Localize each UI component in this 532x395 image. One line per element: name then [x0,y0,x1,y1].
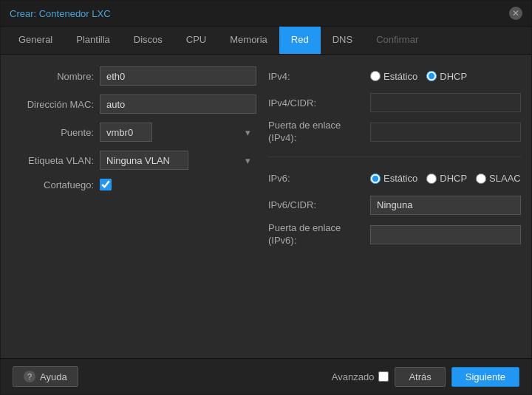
next-button[interactable]: Siguiente [451,367,519,387]
ipv4-static-option[interactable]: Estático [370,71,417,82]
close-button[interactable]: ✕ [509,7,522,20]
ipv6-static-label: Estático [383,173,417,184]
tab-bar: General Plantilla Discos CPU Memoria Red… [1,27,531,55]
ipv6-label: IPv6: [268,173,364,184]
ipv6-static-option[interactable]: Estático [370,173,417,184]
footer: ? Ayuda Avanzado Atrás Siguiente [1,358,531,394]
tab-dns[interactable]: DNS [321,27,364,54]
puente-select-wrapper: vmbr0 vmbr1 [100,123,256,142]
tab-cpu[interactable]: CPU [174,27,218,54]
content-area: Nombre: Dirección MAC: Puente: vmbr0 vmb… [1,55,531,358]
back-button[interactable]: Atrás [395,367,445,387]
section-divider [268,157,521,157]
ipv6-row: IPv6: Estático DHCP SLAAC [268,169,521,188]
ipv6-dhcp-radio[interactable] [426,174,437,184]
mac-input[interactable] [100,95,256,114]
puerta-ipv6-row: Puerta de enlace(IPv6): [268,222,521,247]
help-button[interactable]: ? Ayuda [13,366,78,387]
mac-row: Dirección MAC: [13,95,256,114]
nombre-label: Nombre: [13,71,94,82]
ipv6-slaac-label: SLAAC [489,173,521,184]
cortafuego-checkbox-wrapper [100,179,112,190]
ipv4-static-radio[interactable] [370,71,381,81]
cortafuego-label: Cortafuego: [13,179,94,190]
ipv6cidr-input[interactable] [370,196,521,215]
ipv4-dhcp-radio[interactable] [426,71,437,81]
ipv4cidr-row: IPv4/CIDR: [268,93,521,112]
advanced-row: Avanzado [332,371,389,382]
nombre-input[interactable] [100,66,256,86]
ipv4cidr-input[interactable] [370,93,521,112]
tab-memoria[interactable]: Memoria [218,27,279,54]
nombre-row: Nombre: [13,66,256,86]
vlan-label: Etiqueta VLAN: [13,155,94,166]
tab-plantilla[interactable]: Plantilla [64,27,122,54]
ipv4-dhcp-label: DHCP [440,71,467,82]
ipv6-dhcp-label: DHCP [440,173,467,184]
vlan-row: Etiqueta VLAN: Ninguna VLAN [13,151,256,170]
ipv4-dhcp-option[interactable]: DHCP [426,71,467,82]
ipv4-radio-group: Estático DHCP [370,71,467,82]
ipv4-label: IPv4: [268,71,364,82]
ipv4-row: IPv4: Estático DHCP [268,66,521,86]
ipv6cidr-label: IPv6/CIDR: [268,199,364,210]
ipv6-radio-group: Estático DHCP SLAAC [370,173,521,184]
ipv6cidr-row: IPv6/CIDR: [268,196,521,215]
tab-confirmar: Confirmar [364,27,430,54]
puente-select[interactable]: vmbr0 vmbr1 [100,123,152,142]
puente-row: Puente: vmbr0 vmbr1 [13,123,256,142]
ipv6-static-radio[interactable] [370,174,381,184]
vlan-select[interactable]: Ninguna VLAN [100,151,188,170]
vlan-select-wrapper: Ninguna VLAN [100,151,256,170]
tab-red[interactable]: Red [279,27,321,54]
puerta-ipv4-row: Puerta de enlace(IPv4): [268,120,521,145]
puerta-ipv6-label: Puerta de enlace(IPv6): [268,222,364,247]
puerta-ipv6-input[interactable] [370,225,521,244]
advanced-label: Avanzado [332,371,375,382]
title-bar: Crear: Contenedor LXC ✕ [1,1,531,27]
help-label: Ayuda [40,371,67,382]
ipv6-slaac-radio[interactable] [476,174,486,184]
footer-right: Avanzado Atrás Siguiente [332,367,519,387]
puerta-ipv4-label: Puerta de enlace(IPv4): [268,120,364,145]
puente-label: Puente: [13,127,94,138]
right-panel: IPv4: Estático DHCP IPv4/CIDR: [268,66,521,346]
ipv6-slaac-option[interactable]: SLAAC [476,173,521,184]
tab-general[interactable]: General [7,27,64,54]
puerta-ipv4-input[interactable] [370,123,521,142]
advanced-checkbox[interactable] [378,371,389,382]
dialog: Crear: Contenedor LXC ✕ General Plantill… [0,0,532,395]
cortafuego-checkbox[interactable] [100,179,112,190]
mac-label: Dirección MAC: [13,99,94,110]
ipv6-dhcp-option[interactable]: DHCP [426,173,467,184]
ipv4cidr-label: IPv4/CIDR: [268,97,364,109]
cortafuego-row: Cortafuego: [13,179,256,190]
tab-discos[interactable]: Discos [122,27,174,54]
help-icon: ? [24,371,35,382]
footer-left: ? Ayuda [13,366,78,387]
ipv4-static-label: Estático [383,71,417,82]
left-panel: Nombre: Dirección MAC: Puente: vmbr0 vmb… [13,66,256,346]
dialog-title: Crear: Contenedor LXC [10,8,111,19]
